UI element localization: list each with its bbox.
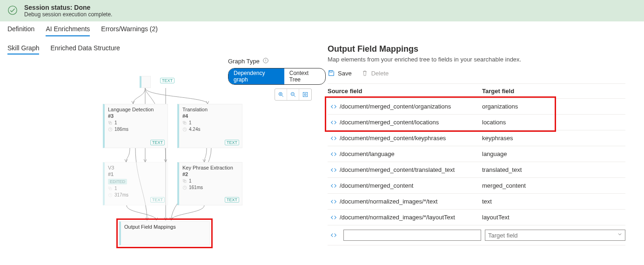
table-row[interactable]: /document/normalized_images/*/layoutText…	[328, 210, 625, 225]
panel-title: Output Field Mappings	[328, 44, 633, 54]
code-icon	[328, 151, 340, 157]
svg-rect-11	[184, 122, 186, 124]
code-icon	[328, 232, 340, 238]
edited-badge: EDITED	[108, 179, 127, 184]
table-row[interactable]: /document/merged_content/keyphraseskeyph…	[328, 130, 625, 146]
svg-point-0	[8, 6, 17, 14]
svg-rect-17	[184, 180, 186, 182]
banner-subtitle: Debug session execution complete.	[24, 11, 112, 18]
tab-skill-graph[interactable]: Skill Graph	[7, 44, 39, 54]
text-badge: TEXT	[160, 78, 174, 83]
delete-button: Delete	[361, 69, 389, 77]
new-row	[328, 225, 625, 245]
svg-rect-19	[330, 71, 332, 72]
table-row[interactable]: /document/merged_content/organizationsor…	[328, 99, 625, 115]
check-icon	[7, 5, 19, 17]
start-node[interactable]: TEXT	[140, 76, 151, 88]
card-language-detection[interactable]: Language Detection #3 1 186ms TEXT	[103, 104, 168, 148]
panel-toolbar: Save Delete	[328, 69, 633, 77]
save-button[interactable]: Save	[328, 69, 352, 77]
target-field-input[interactable]	[485, 230, 625, 241]
tab-ai-enrichments[interactable]: AI Enrichments	[46, 25, 90, 36]
code-icon	[328, 135, 340, 142]
card-v3[interactable]: V3 #1 EDITED 1 317ms TEXT	[103, 162, 168, 205]
table-row[interactable]: /document/merged_content/locationslocati…	[328, 115, 625, 130]
trash-icon	[361, 69, 369, 77]
code-icon	[328, 183, 340, 189]
table-row[interactable]: /document/normalized_images/*/texttext	[328, 194, 625, 210]
table-row[interactable]: /document/merged_content/translated_text…	[328, 162, 625, 178]
svg-rect-14	[110, 188, 112, 190]
card-key-phrase-extraction[interactable]: Key Phrase Extraction #2 1 161ms TEXT	[177, 162, 242, 205]
sub-tabs: Skill Graph Enriched Data Structure	[7, 44, 318, 57]
banner-title: Session status: Done	[24, 4, 112, 11]
svg-rect-13	[108, 187, 110, 189]
top-tabs: Definition AI Enrichments Errors/Warning…	[0, 21, 644, 37]
save-icon	[328, 69, 335, 77]
status-banner: Session status: Done Debug session execu…	[0, 0, 644, 21]
svg-rect-16	[183, 179, 185, 181]
source-field-input[interactable]	[343, 230, 481, 241]
code-icon	[328, 119, 340, 126]
card-translation[interactable]: Translation #4 1 4.24s TEXT	[177, 104, 242, 148]
panel-subtitle: Map elements from your enriched tree to …	[328, 56, 633, 63]
mappings-table: Source field Target field /document/merg…	[328, 83, 625, 245]
th-source-field: Source field	[328, 88, 482, 95]
table-row[interactable]: /document/languagelanguage	[328, 146, 625, 162]
table-row[interactable]: /document/merged_contentmerged_content	[328, 178, 625, 194]
card-output-field-mappings[interactable]: Output Field Mappings	[119, 221, 210, 245]
tab-errors-warnings[interactable]: Errors/Warnings (2)	[101, 25, 158, 36]
code-icon	[328, 103, 340, 110]
tab-definition[interactable]: Definition	[7, 25, 34, 36]
code-icon	[328, 198, 340, 205]
code-icon	[328, 167, 340, 173]
svg-rect-10	[183, 121, 185, 123]
code-icon	[328, 214, 340, 221]
tab-enriched-data-structure[interactable]: Enriched Data Structure	[50, 44, 120, 54]
svg-rect-7	[108, 121, 110, 123]
th-target-field: Target field	[482, 88, 625, 95]
svg-rect-8	[110, 122, 112, 124]
